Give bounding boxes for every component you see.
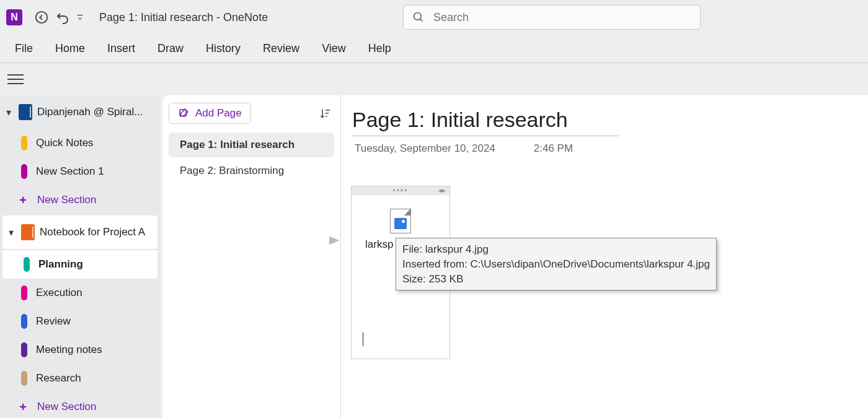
title-bar: N Page 1: Initial research - OneNote — [0, 0, 868, 35]
section-new-section-1[interactable]: New Section 1 — [0, 157, 160, 186]
section-quick-notes[interactable]: Quick Notes — [0, 129, 160, 157]
quick-access-dropdown[interactable] — [73, 7, 87, 28]
file-attachment-icon[interactable] — [390, 209, 411, 233]
notebook-label: Dipanjenah @ Spiral... — [37, 106, 156, 118]
page-datetime: Tuesday, September 10, 2024 2:46 PM — [352, 142, 857, 155]
plus-icon: + — [17, 193, 29, 207]
menu-history[interactable]: History — [206, 42, 241, 55]
svg-point-0 — [36, 12, 47, 23]
menu-help[interactable]: Help — [368, 42, 391, 55]
add-section-label: New Section — [37, 401, 96, 413]
drag-handle[interactable]: •••• ◂▸ — [352, 186, 450, 195]
chevron-down-icon: ▾ — [4, 107, 14, 118]
section-color-icon — [21, 342, 27, 357]
section-color-icon — [21, 164, 27, 179]
add-page-button[interactable]: Add Page — [169, 103, 251, 124]
page-content[interactable]: Page 1: Initial research Tuesday, Septem… — [341, 95, 868, 418]
add-section-button[interactable]: + New Section — [0, 186, 160, 214]
section-color-icon — [21, 136, 27, 150]
svg-point-1 — [414, 13, 422, 20]
menu-view[interactable]: View — [322, 42, 346, 55]
undo-button[interactable] — [52, 7, 73, 28]
drag-dots-icon: •••• — [393, 186, 409, 195]
text-cursor — [363, 333, 363, 346]
insert-indicator-icon: ▶ — [329, 233, 340, 246]
notebook-sidebar: ▾ Dipanjenah @ Spiral... Quick Notes New… — [0, 95, 160, 418]
section-meeting-notes[interactable]: Meeting notes — [0, 336, 160, 364]
image-glyph-icon — [394, 218, 407, 229]
notebook-label: Notebook for Project A — [40, 226, 154, 238]
section-label: New Section 1 — [36, 165, 104, 178]
section-label: Research — [36, 372, 81, 385]
menu-home[interactable]: Home — [55, 42, 85, 55]
section-label: Execution — [36, 287, 82, 299]
add-section-label: New Section — [37, 194, 96, 206]
section-color-icon — [21, 314, 27, 329]
section-research[interactable]: Research — [0, 364, 160, 393]
section-label: Review — [36, 315, 71, 328]
pages-panel: Add Page Page 1: Initial research Page 2… — [162, 95, 341, 418]
sort-pages-button[interactable] — [317, 105, 334, 122]
section-color-icon — [21, 371, 27, 386]
app-icon: N — [6, 9, 22, 25]
section-review[interactable]: Review — [0, 307, 160, 336]
file-tooltip: File: larkspur 4.jpg Inserted from: C:\U… — [396, 238, 717, 290]
window-title: Page 1: Initial research - OneNote — [99, 11, 268, 24]
compose-icon — [178, 108, 189, 119]
section-execution[interactable]: Execution — [0, 279, 160, 307]
section-color-icon — [21, 285, 27, 300]
menu-insert[interactable]: Insert — [107, 42, 135, 55]
menu-review[interactable]: Review — [263, 42, 299, 55]
menu-file[interactable]: File — [15, 42, 33, 55]
main-area: ▾ Dipanjenah @ Spiral... Quick Notes New… — [0, 95, 868, 418]
notebook-icon — [19, 104, 32, 120]
search-box[interactable] — [403, 5, 701, 30]
page-date: Tuesday, September 10, 2024 — [355, 142, 495, 155]
page-item-initial-research[interactable]: Page 1: Initial research — [169, 133, 334, 157]
chevron-down-icon: ▾ — [6, 227, 16, 238]
search-input[interactable] — [433, 11, 691, 24]
tooltip-file-line: File: larkspur 4.jpg — [402, 242, 710, 257]
add-section-button[interactable]: + New Section — [0, 393, 160, 418]
back-button[interactable] — [31, 7, 52, 28]
section-color-icon — [24, 257, 30, 272]
page-item-brainstorming[interactable]: Page 2: Brainstorming — [169, 159, 334, 183]
add-page-label: Add Page — [195, 107, 242, 120]
resize-handle-icon[interactable]: ◂▸ — [438, 186, 446, 194]
plus-icon: + — [17, 400, 29, 414]
ribbon-row — [0, 63, 868, 95]
section-planning[interactable]: Planning — [2, 250, 157, 279]
section-label: Meeting notes — [36, 344, 102, 356]
section-label: Quick Notes — [36, 137, 94, 149]
page-time: 2:46 PM — [534, 142, 573, 155]
page-title[interactable]: Page 1: Initial research — [352, 108, 619, 136]
notebook-project-a[interactable]: ▾ Notebook for Project A — [2, 216, 157, 249]
menu-bar: File Home Insert Draw History Review Vie… — [0, 35, 868, 63]
navigation-toggle-icon[interactable] — [7, 71, 24, 87]
notebook-spiral[interactable]: ▾ Dipanjenah @ Spiral... — [0, 95, 160, 129]
notebook-icon — [21, 224, 35, 240]
menu-draw[interactable]: Draw — [157, 42, 184, 55]
tooltip-path-line: Inserted from: C:\Users\dipan\OneDrive\D… — [402, 257, 710, 272]
search-icon — [412, 11, 425, 24]
tooltip-size-line: Size: 253 KB — [402, 272, 710, 287]
section-label: Planning — [38, 258, 83, 271]
